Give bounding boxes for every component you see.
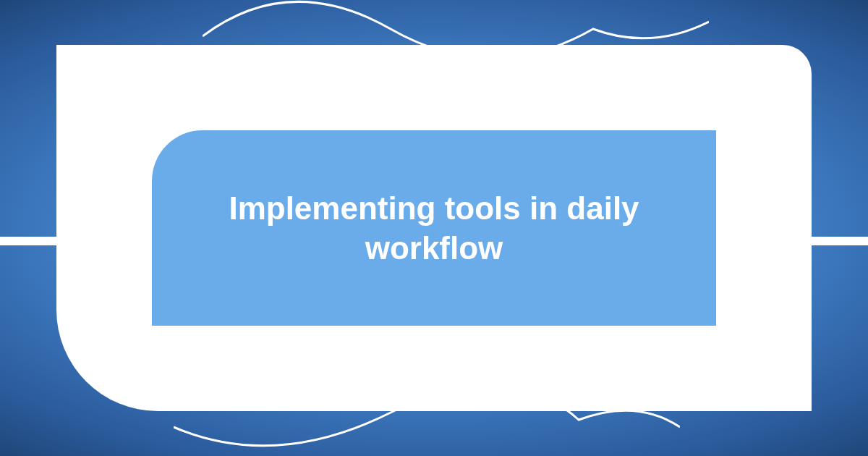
card-title: Implementing tools in daily workflow (195, 188, 673, 268)
inner-blue-card: Implementing tools in daily workflow (152, 130, 716, 326)
